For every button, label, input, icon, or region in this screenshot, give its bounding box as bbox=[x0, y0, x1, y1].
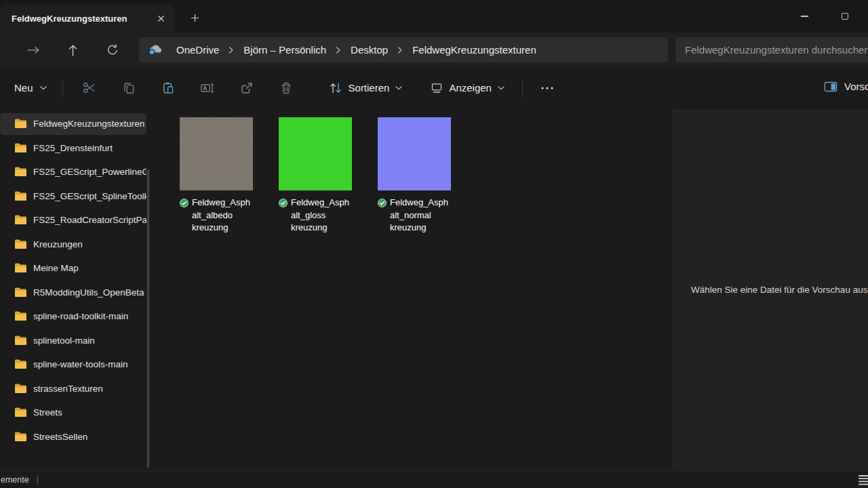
sidebar-item-spline-water-tools-main[interactable]: ›spline-water-tools-main bbox=[0, 354, 146, 375]
sidebar-item-label: FS25_GEScript_PowerlineGen bbox=[33, 167, 146, 177]
sidebar-item-label: splinetool-main bbox=[33, 336, 146, 346]
preview-pane-message: Wählen Sie eine Datei für die Vorschau a… bbox=[671, 285, 868, 295]
chevron-down-icon bbox=[395, 86, 402, 90]
expand-chevron-icon[interactable]: › bbox=[0, 264, 3, 274]
file-item[interactable]: Feldweg_Asphalt_glosskreuzung bbox=[279, 117, 352, 235]
sidebar-item-strassentexturen[interactable]: ›strassenTexturen bbox=[0, 378, 146, 399]
sidebar-item-spline-road-toolkit-main[interactable]: ›spline-road-toolkit-main bbox=[0, 306, 146, 327]
expand-chevron-icon[interactable]: › bbox=[0, 119, 3, 129]
navigation-sidebar: ›FeldwegKreuzungstexturen›FS25_Drenstein… bbox=[0, 108, 161, 470]
sidebar-item-streetssellen[interactable]: ›StreetsSellen bbox=[0, 426, 146, 447]
view-button-label: Anzeigen bbox=[449, 82, 492, 94]
onedrive-cloud-icon bbox=[147, 44, 163, 56]
sidebar-scrollbar[interactable] bbox=[147, 169, 149, 468]
file-list-area[interactable]: Feldweg_Asphalt_albedokreuzungFeldweg_As… bbox=[161, 108, 671, 470]
copy-button[interactable] bbox=[114, 75, 144, 101]
delete-button[interactable] bbox=[271, 75, 301, 101]
sidebar-item-meine-map[interactable]: ›Meine Map bbox=[0, 258, 146, 279]
sidebar-item-streets[interactable]: ›Streets bbox=[0, 402, 146, 424]
command-toolbar: Neu bbox=[0, 68, 868, 108]
minimize-button[interactable] bbox=[789, 0, 820, 33]
search-input[interactable]: FeldwegKreuzungstexturen durchsuchen bbox=[675, 37, 868, 62]
more-options-button[interactable] bbox=[532, 75, 562, 101]
tab-active[interactable]: FeldwegKreuzungstexturen bbox=[0, 5, 175, 33]
sidebar-item-fs25-gescript-powerlinegen[interactable]: ›FS25_GEScript_PowerlineGen bbox=[0, 161, 146, 183]
cut-icon bbox=[82, 81, 96, 95]
sidebar-item-label: strassenTexturen bbox=[33, 384, 146, 394]
folder-icon bbox=[14, 143, 27, 153]
preview-toggle-label: Vorschau bbox=[844, 81, 868, 92]
sync-ok-icon bbox=[378, 199, 387, 207]
item-count-text: emente bbox=[1, 475, 29, 485]
refresh-button[interactable] bbox=[100, 38, 125, 62]
file-thumbnail[interactable] bbox=[279, 117, 352, 190]
toolbar-divider bbox=[522, 79, 523, 97]
breadcrumb-item[interactable]: Björn – Persönlich bbox=[237, 41, 332, 58]
sidebar-item-feldwegkreuzungstexturen[interactable]: ›FeldwegKreuzungstexturen bbox=[0, 113, 146, 135]
preview-pane-icon bbox=[824, 81, 837, 92]
file-item[interactable]: Feldweg_Asphalt_albedokreuzung bbox=[180, 117, 253, 235]
file-label-line: alt_gloss bbox=[291, 209, 368, 222]
new-tab-button[interactable] bbox=[184, 7, 205, 28]
expand-chevron-icon[interactable]: › bbox=[0, 336, 3, 346]
close-icon bbox=[157, 15, 165, 22]
sidebar-item-kreuzungen[interactable]: ›Kreuzungen bbox=[0, 233, 146, 255]
chevron-right-icon[interactable] bbox=[395, 47, 405, 54]
sidebar-item-label: Streets bbox=[33, 407, 146, 418]
expand-chevron-icon[interactable]: › bbox=[0, 191, 3, 201]
forward-button[interactable] bbox=[21, 38, 45, 62]
file-thumbnail[interactable] bbox=[378, 117, 451, 190]
breadcrumb[interactable]: OneDriveBjörn – PersönlichDesktopFeldweg… bbox=[139, 37, 668, 62]
chevron-down-icon bbox=[498, 86, 505, 90]
sidebar-item-label: FeldwegKreuzungstexturen bbox=[33, 119, 146, 129]
expand-chevron-icon[interactable]: › bbox=[0, 360, 3, 370]
sidebar-item-label: Meine Map bbox=[33, 263, 146, 273]
expand-chevron-icon[interactable]: › bbox=[0, 408, 3, 418]
expand-chevron-icon[interactable]: › bbox=[0, 384, 3, 394]
tab-bar: FeldwegKreuzungstexturen bbox=[0, 0, 868, 33]
sidebar-item-label: FS25_RoadCreatorScriptPack bbox=[33, 215, 146, 225]
sidebar-item-r5moddingutils-openbeta[interactable]: ›R5ModdingUtils_OpenBeta bbox=[0, 281, 146, 303]
maximize-button[interactable] bbox=[829, 0, 861, 33]
minimize-icon bbox=[801, 16, 808, 16]
view-button[interactable]: Anzeigen bbox=[422, 77, 513, 99]
chevron-right-icon[interactable] bbox=[334, 47, 343, 54]
expand-chevron-icon[interactable]: › bbox=[0, 167, 3, 178]
expand-chevron-icon[interactable]: › bbox=[0, 239, 3, 249]
sidebar-item-fs25-drensteinfurt[interactable]: ›FS25_Drensteinfurt bbox=[0, 137, 146, 159]
rename-button[interactable] bbox=[193, 75, 222, 101]
chevron-right-icon[interactable] bbox=[226, 47, 236, 54]
window-controls bbox=[789, 0, 861, 33]
breadcrumb-item[interactable]: Desktop bbox=[344, 41, 394, 58]
details-view-icon[interactable] bbox=[859, 474, 868, 485]
sort-button[interactable]: Sortieren bbox=[321, 77, 411, 100]
expand-chevron-icon[interactable]: › bbox=[0, 312, 3, 322]
status-bar: emente | bbox=[0, 470, 868, 488]
file-thumbnail[interactable] bbox=[180, 117, 253, 190]
share-button[interactable] bbox=[232, 75, 262, 101]
file-item[interactable]: Feldweg_Asphalt_normalkreuzung bbox=[378, 117, 451, 235]
file-label-line: Feldweg_Asph bbox=[390, 197, 467, 209]
file-label-line: kreuzung bbox=[192, 222, 269, 235]
sidebar-item-fs25-gescript-splinetoolkit[interactable]: ›FS25_GEScript_SplineToolkit bbox=[0, 185, 146, 207]
up-button[interactable] bbox=[60, 38, 85, 62]
folder-icon bbox=[14, 167, 27, 177]
cut-button[interactable] bbox=[75, 75, 104, 101]
folder-icon bbox=[14, 191, 27, 201]
expand-chevron-icon[interactable]: › bbox=[0, 143, 3, 153]
sync-ok-icon bbox=[279, 199, 288, 207]
sidebar-item-fs25-roadcreatorscriptpack[interactable]: ›FS25_RoadCreatorScriptPack bbox=[0, 209, 146, 231]
tab-close-button[interactable] bbox=[152, 10, 170, 28]
paste-button[interactable] bbox=[153, 75, 183, 101]
sidebar-item-splinetool-main[interactable]: ›splinetool-main bbox=[0, 329, 146, 351]
expand-chevron-icon[interactable]: › bbox=[0, 432, 3, 442]
plus-icon bbox=[191, 14, 199, 22]
expand-chevron-icon[interactable]: › bbox=[0, 287, 3, 298]
breadcrumb-item[interactable]: FeldwegKreuzungstexturen bbox=[406, 41, 542, 58]
folder-icon bbox=[14, 119, 27, 129]
new-button[interactable]: Neu bbox=[5, 77, 56, 99]
preview-pane-toggle-button[interactable]: Vorschau bbox=[817, 75, 868, 98]
expand-chevron-icon[interactable]: › bbox=[0, 216, 3, 226]
file-label-line: alt_albedo bbox=[192, 209, 269, 222]
breadcrumb-item[interactable]: OneDrive bbox=[170, 41, 225, 58]
